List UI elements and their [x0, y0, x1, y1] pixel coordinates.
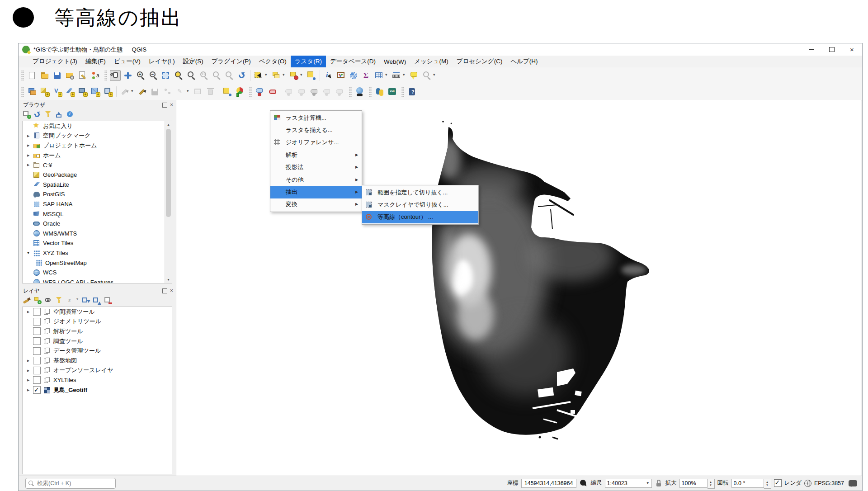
new-geopackage-layer-icon[interactable]: [39, 86, 50, 97]
expander-expanded-icon[interactable]: [26, 248, 33, 258]
identify-features-icon[interactable]: [323, 70, 334, 81]
menu-item-conversion[interactable]: 変換: [270, 198, 362, 211]
help-icon[interactable]: [407, 86, 418, 97]
label-tool-4-icon[interactable]: [322, 86, 333, 97]
menu-item-contour[interactable]: 等高線（contour） ...: [362, 211, 478, 223]
new-virtual-layer-icon[interactable]: [103, 86, 113, 97]
snapping-options-icon[interactable]: [222, 86, 233, 97]
layer-group-spatial-ops[interactable]: 空間演算ツール: [23, 307, 172, 317]
close-button[interactable]: ×: [842, 43, 862, 56]
browser-item-project-home[interactable]: プロジェクトホーム: [23, 141, 172, 151]
layers-float-icon[interactable]: [162, 288, 167, 293]
zoom-last-icon[interactable]: [211, 70, 222, 81]
extent-pointer-icon[interactable]: [579, 479, 588, 488]
label-tool-5-icon[interactable]: [335, 86, 345, 97]
select-dropdown-caret-icon[interactable]: [265, 70, 269, 81]
crs-value[interactable]: EPSG:3857: [814, 480, 844, 486]
toggle-editing-icon[interactable]: [137, 86, 148, 97]
menu-item-georeferencer[interactable]: ジオリファレンサ...: [270, 137, 362, 149]
new-temporary-layer-icon[interactable]: [77, 86, 88, 97]
layer-checkbox[interactable]: [33, 357, 41, 364]
browser-item-spatialite[interactable]: SpatiaLite: [23, 180, 172, 190]
crs-globe-icon[interactable]: [804, 480, 811, 487]
current-edits-icon[interactable]: [119, 86, 130, 97]
browser-item-postgis[interactable]: PostGIS: [23, 189, 172, 199]
select-by-form-icon[interactable]: [271, 70, 282, 81]
layer-checkbox[interactable]: [33, 337, 41, 345]
rotation-spinner-icon[interactable]: ▲▼: [764, 479, 771, 489]
scroll-down-icon[interactable]: ▼: [165, 276, 172, 283]
search-input[interactable]: [36, 480, 113, 487]
save-project-icon[interactable]: [52, 70, 63, 81]
layer-group-base-map[interactable]: 基盤地図: [23, 356, 172, 366]
browser-scrollbar[interactable]: ▲ ▼: [165, 121, 172, 283]
statistical-summary-icon[interactable]: [335, 70, 346, 81]
layer-checkbox[interactable]: [33, 376, 41, 384]
minimize-button[interactable]: [801, 43, 821, 56]
style-manager-icon[interactable]: [90, 70, 101, 81]
expander-collapsed-icon[interactable]: [26, 385, 33, 395]
zoom-to-selection-icon[interactable]: [186, 70, 197, 81]
scroll-thumb[interactable]: [166, 129, 171, 217]
show-statistics-icon[interactable]: [361, 70, 372, 81]
expression-filter-icon[interactable]: [66, 296, 75, 305]
expander-collapsed-icon[interactable]: [26, 160, 33, 170]
menu-edit[interactable]: 編集(E): [81, 56, 110, 67]
advanced-digitize-caret-icon[interactable]: [187, 86, 191, 97]
browser-item-mssql[interactable]: MSSQL: [23, 209, 172, 219]
messages-icon[interactable]: [849, 480, 857, 486]
expand-all-icon[interactable]: [81, 296, 90, 305]
layer-checkbox[interactable]: [33, 327, 41, 335]
menu-item-clip-by-extent[interactable]: 範囲を指定して切り抜く...: [362, 186, 478, 198]
menu-settings[interactable]: 設定(S): [179, 56, 208, 67]
magnifier-spinbox[interactable]: ▲▼: [679, 479, 715, 488]
layer-checkbox[interactable]: [33, 318, 41, 326]
locator-search[interactable]: [25, 478, 116, 489]
magnifier-input[interactable]: [679, 479, 708, 488]
layer-group-opensource-layers[interactable]: オープンソースレイヤ: [23, 366, 172, 376]
toolbar-grip[interactable]: [104, 70, 107, 81]
maximize-button[interactable]: [821, 43, 842, 56]
deselect-caret-icon[interactable]: [300, 70, 304, 81]
pan-to-selection-icon[interactable]: [123, 70, 133, 81]
menu-item-projections[interactable]: 投影法: [270, 161, 362, 174]
expander-collapsed-icon[interactable]: [26, 151, 33, 161]
expression-filter-caret-icon[interactable]: [76, 296, 80, 305]
menu-item-align-rasters[interactable]: ラスタを揃える...: [270, 124, 362, 136]
browser-item-oracle[interactable]: Oracle: [23, 219, 172, 229]
browser-item-spatial-bookmarks[interactable]: 空間ブックマーク: [23, 131, 172, 141]
attribute-table-caret-icon[interactable]: [385, 70, 389, 81]
browser-item-vector-tiles[interactable]: Vector Tiles: [23, 238, 172, 248]
window-titlebar[interactable]: *GISで学ぶ野生動物・鳥類の生態 — QGIS ×: [19, 43, 862, 56]
layer-group-analysis-tools[interactable]: 解析ツール: [23, 326, 172, 336]
layer-styling-icon[interactable]: [22, 296, 31, 305]
collapse-all-layers-icon[interactable]: [92, 296, 101, 305]
menu-view[interactable]: ビュー(V): [110, 56, 145, 67]
zoom-native-icon[interactable]: [198, 70, 209, 81]
browser-close-icon[interactable]: ×: [170, 103, 173, 107]
layer-checkbox[interactable]: [33, 308, 41, 316]
layer-mishima-geotiff[interactable]: 見島_Geotiff: [23, 385, 172, 395]
new-shapefile-layer-icon[interactable]: [52, 86, 63, 97]
layers-close-icon[interactable]: ×: [170, 288, 173, 293]
expander-collapsed-icon[interactable]: [26, 307, 33, 317]
menu-layer[interactable]: レイヤ(L): [145, 56, 179, 67]
modify-attributes-icon[interactable]: [193, 86, 203, 97]
data-source-manager-icon[interactable]: [27, 86, 38, 97]
add-group-icon[interactable]: [33, 296, 42, 305]
layer-checkbox-checked[interactable]: [33, 386, 41, 394]
label-tool-1-icon[interactable]: [284, 86, 295, 97]
scale-combobox[interactable]: 1:40023 ▼: [605, 479, 652, 488]
expander-collapsed-icon[interactable]: [26, 356, 33, 366]
collapse-all-icon[interactable]: [55, 110, 64, 119]
label-tool-2-icon[interactable]: [297, 86, 307, 97]
advanced-digitize-icon[interactable]: [175, 86, 186, 97]
toolbar-grip[interactable]: [21, 70, 24, 81]
remove-layer-icon[interactable]: [103, 296, 112, 305]
layout-manager-icon[interactable]: [77, 70, 88, 81]
browser-item-favorites[interactable]: お気に入り: [23, 121, 172, 131]
label-tool-3-icon[interactable]: [309, 86, 320, 97]
browser-item-sap-hana[interactable]: SAP HANA: [23, 199, 172, 209]
expander-collapsed-icon[interactable]: [26, 141, 33, 151]
zoom-to-layer-icon[interactable]: [173, 70, 184, 81]
